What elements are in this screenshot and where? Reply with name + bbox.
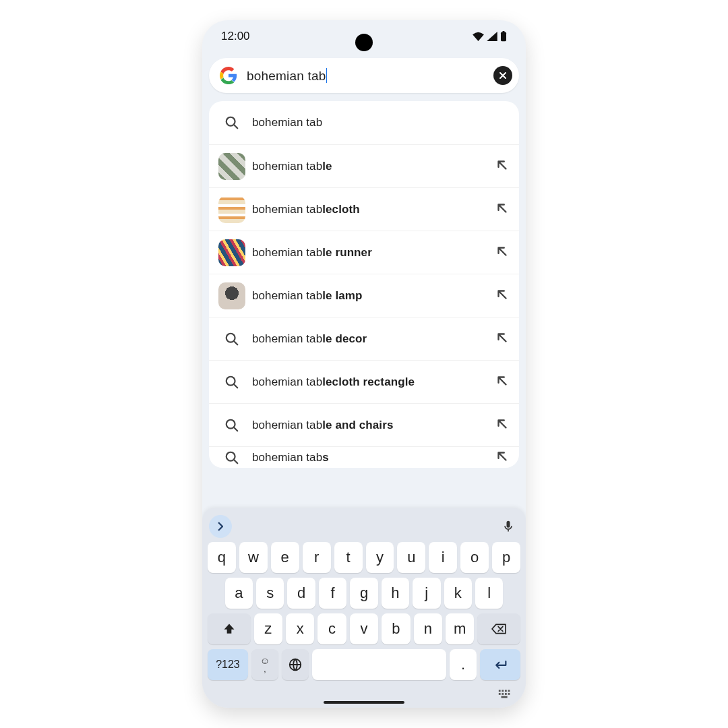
key-g[interactable]: g bbox=[350, 578, 377, 609]
phone-frame: 12:00 bohemian tab bohemian tabbohemian … bbox=[202, 20, 526, 708]
suggestion-text: bohemian tablecloth bbox=[252, 203, 495, 216]
close-icon bbox=[497, 70, 508, 81]
svg-rect-10 bbox=[505, 690, 507, 692]
key-t[interactable]: t bbox=[334, 542, 363, 573]
chevron-right-icon bbox=[214, 520, 226, 533]
suggestion-prefix: bohemian tab bbox=[252, 116, 322, 129]
insert-arrow-icon[interactable] bbox=[495, 287, 510, 302]
search-input-text: bohemian tab bbox=[247, 69, 326, 83]
insert-suggestion-button[interactable] bbox=[495, 417, 510, 434]
keyboard-expand-button[interactable] bbox=[209, 515, 232, 538]
suggestion-completion: lecloth bbox=[322, 203, 360, 216]
signal-icon bbox=[487, 32, 497, 41]
suggestion-text: bohemian table decor bbox=[252, 332, 495, 346]
search-input[interactable]: bohemian tab bbox=[247, 68, 493, 84]
insert-arrow-icon[interactable] bbox=[495, 330, 510, 345]
key-k[interactable]: k bbox=[444, 578, 472, 609]
key-enter[interactable] bbox=[480, 649, 520, 680]
key-c[interactable]: c bbox=[317, 613, 346, 644]
suggestion-search-icon bbox=[218, 446, 245, 468]
suggestion-prefix: bohemian tab bbox=[252, 419, 322, 431]
keyboard-mic-button[interactable] bbox=[500, 518, 516, 535]
key-w[interactable]: w bbox=[239, 542, 268, 573]
svg-rect-0 bbox=[501, 32, 506, 42]
key-emoji-comma[interactable]: ☺, bbox=[251, 649, 278, 680]
insert-suggestion-button[interactable] bbox=[495, 373, 510, 391]
insert-arrow-icon[interactable] bbox=[495, 158, 510, 173]
key-r[interactable]: r bbox=[303, 542, 331, 573]
key-numsym[interactable]: ?123 bbox=[208, 649, 248, 680]
key-i[interactable]: i bbox=[429, 542, 457, 573]
suggestion-row[interactable]: bohemian table lamp bbox=[209, 274, 519, 317]
insert-suggestion-button[interactable] bbox=[495, 244, 510, 262]
key-h[interactable]: h bbox=[382, 578, 409, 609]
insert-arrow-icon[interactable] bbox=[495, 373, 510, 388]
key-o[interactable]: o bbox=[460, 542, 489, 573]
search-icon bbox=[224, 418, 239, 433]
key-s[interactable]: s bbox=[256, 578, 284, 609]
key-p[interactable]: p bbox=[492, 542, 520, 573]
suggestion-row[interactable]: bohemian tablecloth rectangle bbox=[209, 360, 519, 403]
search-bar[interactable]: bohemian tab bbox=[209, 58, 519, 93]
suggestion-prefix: bohemian tab bbox=[252, 451, 322, 464]
key-j[interactable]: j bbox=[413, 578, 440, 609]
key-space[interactable] bbox=[312, 649, 447, 680]
suggestion-text: bohemian table runner bbox=[252, 246, 495, 260]
suggestion-search-icon bbox=[218, 326, 245, 353]
insert-suggestion-button[interactable] bbox=[495, 330, 510, 348]
key-l[interactable]: l bbox=[475, 578, 503, 609]
svg-rect-8 bbox=[499, 690, 501, 692]
key-language[interactable] bbox=[282, 649, 309, 680]
suggestion-search-icon bbox=[218, 412, 245, 439]
suggestion-prefix: bohemian tab bbox=[252, 203, 322, 216]
key-period[interactable]: . bbox=[450, 649, 477, 680]
key-u[interactable]: u bbox=[397, 542, 425, 573]
suggestion-prefix: bohemian tab bbox=[252, 375, 322, 388]
suggestion-row[interactable]: bohemian tab bbox=[209, 101, 519, 144]
key-y[interactable]: y bbox=[366, 542, 394, 573]
svg-rect-16 bbox=[502, 696, 508, 698]
enter-icon bbox=[492, 658, 508, 671]
suggestion-text: bohemian tab bbox=[252, 116, 510, 129]
suggestion-text: bohemian tablecloth rectangle bbox=[252, 375, 495, 389]
key-a[interactable]: a bbox=[225, 578, 253, 609]
insert-arrow-icon[interactable] bbox=[495, 244, 510, 259]
keyboard-switch-icon[interactable] bbox=[497, 686, 512, 701]
suggestion-row[interactable]: bohemian table runner bbox=[209, 231, 519, 274]
suggestion-search-icon bbox=[218, 109, 245, 136]
insert-arrow-icon[interactable] bbox=[495, 417, 510, 431]
insert-suggestion-button[interactable] bbox=[495, 201, 510, 218]
key-b[interactable]: b bbox=[382, 613, 410, 644]
key-d[interactable]: d bbox=[287, 578, 315, 609]
insert-suggestion-button[interactable] bbox=[495, 158, 510, 175]
key-f[interactable]: f bbox=[319, 578, 346, 609]
suggestion-completion: le bbox=[322, 160, 332, 173]
suggestion-row[interactable]: bohemian table decor bbox=[209, 317, 519, 360]
key-q[interactable]: q bbox=[208, 542, 236, 573]
suggestion-row[interactable]: bohemian tablecloth bbox=[209, 187, 519, 231]
insert-suggestion-button[interactable] bbox=[495, 449, 510, 466]
suggestion-thumb bbox=[218, 196, 245, 223]
key-z[interactable]: z bbox=[254, 613, 282, 644]
suggestion-row[interactable]: bohemian tabs bbox=[209, 446, 519, 468]
search-icon bbox=[224, 115, 239, 130]
suggestion-prefix: bohemian tab bbox=[252, 160, 322, 173]
suggestion-text: bohemian table and chairs bbox=[252, 419, 495, 432]
key-backspace[interactable] bbox=[477, 613, 520, 644]
status-bar: 12:00 bbox=[202, 20, 526, 53]
key-e[interactable]: e bbox=[271, 542, 299, 573]
suggestion-row[interactable]: bohemian table and chairs bbox=[209, 403, 519, 446]
key-m[interactable]: m bbox=[446, 613, 474, 644]
clear-button[interactable] bbox=[493, 66, 512, 85]
key-n[interactable]: n bbox=[414, 613, 442, 644]
insert-suggestion-button[interactable] bbox=[495, 287, 510, 305]
suggestion-prefix: bohemian tab bbox=[252, 332, 322, 345]
nav-handle[interactable] bbox=[324, 701, 404, 704]
key-x[interactable]: x bbox=[286, 613, 314, 644]
key-shift[interactable] bbox=[208, 613, 251, 644]
key-v[interactable]: v bbox=[350, 613, 378, 644]
suggestion-row[interactable]: bohemian table bbox=[209, 144, 519, 187]
battery-icon bbox=[500, 31, 507, 42]
insert-arrow-icon[interactable] bbox=[495, 201, 510, 216]
insert-arrow-icon[interactable] bbox=[495, 449, 510, 464]
